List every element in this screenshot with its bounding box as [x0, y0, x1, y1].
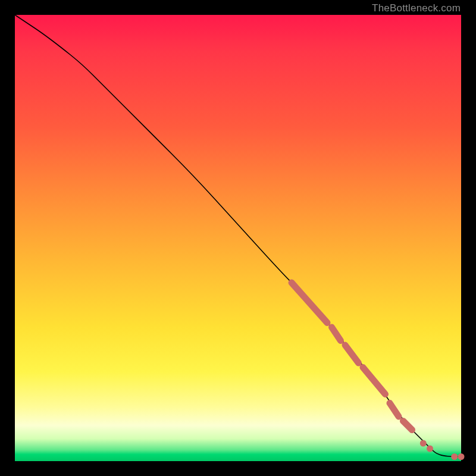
highlight-point — [458, 453, 465, 460]
highlight-point — [427, 446, 433, 452]
highlight-segment — [390, 403, 399, 417]
highlight-point — [420, 440, 427, 447]
chart-overlay — [15, 15, 461, 461]
highlight-segment — [332, 327, 341, 341]
attribution-text: TheBottleneck.com — [372, 2, 461, 14]
highlight-segment — [292, 283, 327, 323]
highlight-segment — [363, 368, 386, 394]
bottleneck-curve — [15, 15, 461, 457]
highlighted-segments — [292, 283, 412, 430]
chart-frame: TheBottleneck.com — [0, 0, 476, 476]
highlight-point — [451, 453, 458, 460]
highlight-segment — [403, 421, 412, 430]
highlight-segment — [345, 345, 359, 363]
